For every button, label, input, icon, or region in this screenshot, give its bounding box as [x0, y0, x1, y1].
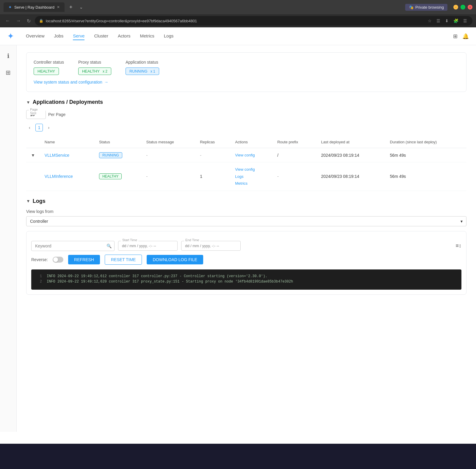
- dropdown-icon: ▾: [461, 219, 463, 224]
- download-button[interactable]: ⬇: [444, 18, 450, 24]
- th-replicas: Replicas: [195, 136, 230, 148]
- prev-page-button[interactable]: ‹: [26, 124, 33, 131]
- logs-link-1[interactable]: Logs: [235, 173, 268, 180]
- row-status-message-cell: -: [142, 148, 195, 162]
- logs-section-heading[interactable]: ▼ Logs: [26, 198, 466, 204]
- metrics-link-1[interactable]: Metrics: [235, 180, 268, 187]
- row-last-deployed-cell: 2024/09/23 08:19:14: [316, 148, 385, 162]
- row-replicas-cell: -: [195, 148, 230, 162]
- notification-icon-btn[interactable]: 🔔: [462, 33, 469, 40]
- row-duration-cell: 56m 49s: [385, 148, 466, 162]
- deployments-section-title: Applications / Deployments: [33, 99, 103, 105]
- table-row: VLLMInference HEALTHY - 1 View config Lo…: [26, 162, 466, 191]
- service-name-link[interactable]: VLLMService: [45, 153, 69, 158]
- keyword-input[interactable]: [31, 241, 115, 251]
- start-time-wrapper: Start Time: [118, 241, 178, 251]
- start-time-input[interactable]: [118, 241, 178, 251]
- menu-button[interactable]: ☰: [462, 18, 468, 24]
- sidebar-info-icon[interactable]: ℹ: [5, 50, 12, 62]
- th-status-message: Status message: [142, 136, 195, 148]
- browser-toolbar: ← → ↻ 🔒 localhost:8265/#/serve?entityGro…: [0, 14, 476, 27]
- tab-close-btn[interactable]: ✕: [57, 5, 60, 9]
- logs-section: ▼ Logs View logs from Controller ▾ 🔍: [26, 198, 466, 295]
- controller-status-title: Controller status: [34, 60, 64, 65]
- row-replicas-cell-2: 1: [195, 162, 230, 191]
- sort-icon[interactable]: ≡↕: [455, 243, 461, 249]
- sidebar: ℹ ⊞: [0, 45, 17, 432]
- view-system-status-link[interactable]: View system status and configuration →: [34, 80, 108, 84]
- page-size-label: Page Size: [29, 108, 46, 115]
- forward-button[interactable]: →: [14, 17, 23, 25]
- view-config-link-0[interactable]: View config: [235, 152, 268, 159]
- th-route-prefix: Route prefix: [273, 136, 316, 148]
- row-actions-cell: View config: [230, 148, 273, 162]
- back-button[interactable]: ←: [4, 17, 12, 25]
- minimize-button[interactable]: −: [453, 5, 458, 10]
- tab-overflow-btn[interactable]: ⌄: [79, 5, 83, 10]
- browser-titlebar: ✦ Serve | Ray Dashboard ✕ + ⌄ 🎭 Private …: [0, 0, 476, 14]
- table-controls: Page Size Per Page: [26, 110, 466, 119]
- log-line-2: 2 INFO 2024-09-22 19:49:12,620 controlle…: [36, 280, 457, 284]
- nav-item-cluster[interactable]: Cluster: [94, 32, 108, 40]
- extensions-button[interactable]: 🧩: [452, 18, 460, 24]
- logs-source-label: Controller: [30, 219, 48, 224]
- download-log-button[interactable]: DOWNLOAD LOG FILE: [147, 255, 203, 264]
- address-bar[interactable]: 🔒 localhost:8265/#/serve?entityGroup=con…: [35, 16, 472, 26]
- reader-button[interactable]: ☰: [435, 18, 441, 24]
- row-actions-cell-2: View config Logs Metrics: [230, 162, 273, 191]
- close-button[interactable]: ✕: [468, 5, 472, 10]
- refresh-logs-button[interactable]: REFRESH: [68, 255, 100, 264]
- nav-item-overview[interactable]: Overview: [26, 32, 45, 40]
- th-name: Name: [40, 136, 94, 148]
- th-last-deployed: Last deployed at: [316, 136, 385, 148]
- page-1-button[interactable]: 1: [35, 124, 43, 131]
- logs-collapse-icon: ▼: [26, 199, 30, 203]
- nav-item-actors[interactable]: Actors: [118, 32, 131, 40]
- logs-options: Reverse: REFRESH RESET TIME DOWNLOAD LOG…: [31, 255, 461, 265]
- nav-item-metrics[interactable]: Metrics: [140, 32, 154, 40]
- application-status-title: Application status: [126, 60, 159, 65]
- refresh-button[interactable]: ↻: [25, 17, 32, 25]
- view-config-link-1[interactable]: View config: [235, 166, 268, 173]
- new-tab-button[interactable]: +: [67, 3, 75, 12]
- address-text: localhost:8265/#/serve?entityGroup=contr…: [46, 19, 424, 23]
- nav-item-logs[interactable]: Logs: [164, 32, 174, 40]
- expand-icon[interactable]: ▼: [31, 153, 35, 158]
- log-line-number: 2: [36, 280, 42, 284]
- status-section: Controller status HEALTHY Proxy status H…: [26, 52, 466, 92]
- table-row: ▼ VLLMService RUNNING - - View con: [26, 148, 466, 162]
- application-status-badge: RUNNING x 1: [126, 68, 159, 75]
- row-status-message-cell-2: -: [142, 162, 195, 191]
- row-expand-cell[interactable]: ▼: [26, 148, 40, 162]
- log-line-text: INFO 2024-09-22 19:49:12,612 controller …: [47, 274, 267, 278]
- running-badge: RUNNING: [99, 152, 122, 158]
- log-line-1: 1 INFO 2024-09-22 19:49:12,612 controlle…: [36, 274, 457, 278]
- reverse-toggle[interactable]: [53, 257, 63, 263]
- nav-item-jobs[interactable]: Jobs: [54, 32, 64, 40]
- logs-source-select[interactable]: Controller ▾: [26, 216, 466, 226]
- keyword-search-icon: 🔍: [107, 244, 112, 248]
- browser-tab[interactable]: ✦ Serve | Ray Dashboard ✕: [4, 2, 65, 12]
- deployments-section: ▼ Applications / Deployments Page Size P…: [26, 99, 466, 191]
- toggle-knob: [53, 257, 58, 262]
- end-time-input[interactable]: [181, 241, 241, 251]
- sidebar-table-icon[interactable]: ⊞: [3, 67, 13, 79]
- bookmark-button[interactable]: ☆: [427, 18, 433, 24]
- deployments-section-heading[interactable]: ▼ Applications / Deployments: [26, 99, 466, 105]
- row-name-cell: VLLMService: [40, 148, 94, 162]
- browser-chrome: ✦ Serve | Ray Dashboard ✕ + ⌄ 🎭 Private …: [0, 0, 476, 27]
- maximize-button[interactable]: □: [461, 5, 465, 10]
- dashboard-icon-btn[interactable]: ⊞: [453, 33, 458, 40]
- reset-time-button[interactable]: RESET TIME: [105, 255, 142, 265]
- collapse-icon: ▼: [26, 100, 30, 105]
- per-page-label: Per Page: [48, 112, 65, 117]
- proxy-status-badge: HEALTHY x 2: [78, 68, 111, 75]
- app-logo: ✦: [7, 31, 14, 41]
- next-page-button[interactable]: ›: [45, 124, 52, 131]
- row-status-cell-2: HEALTHY: [94, 162, 142, 191]
- service-name-link-2[interactable]: VLLMInference: [45, 174, 73, 179]
- nav-item-serve[interactable]: Serve: [73, 32, 84, 40]
- nav-icons: ⊞ 🔔: [453, 33, 469, 40]
- log-content: 1 INFO 2024-09-22 19:49:12,612 controlle…: [31, 269, 461, 290]
- controller-status-badge: HEALTHY: [34, 68, 59, 75]
